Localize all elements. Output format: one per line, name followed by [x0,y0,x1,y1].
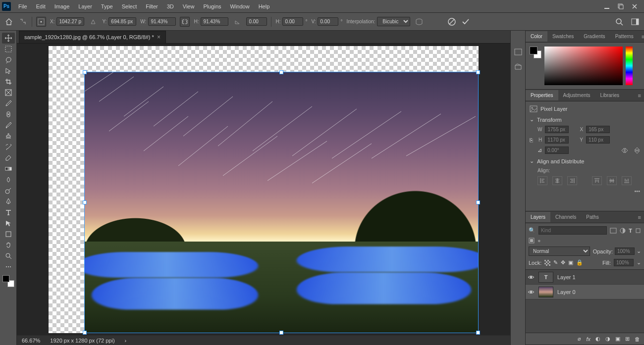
dock-icon-2[interactable] [514,62,523,71]
menu-3d[interactable]: 3D [162,1,178,11]
lock-transparency-icon[interactable] [544,260,550,266]
new-layer-icon[interactable]: ⊞ [625,336,630,342]
more-tools[interactable] [2,261,15,272]
tab-channels[interactable]: Channels [550,212,581,222]
path-tool[interactable] [2,218,15,229]
eyedropper-tool[interactable] [2,98,15,109]
marquee-tool[interactable] [2,44,15,54]
filter-shape-icon[interactable] [635,228,641,234]
layer-row[interactable]: Layer 0 [526,285,644,299]
cancel-transform-icon[interactable] [447,17,457,27]
skew-h-input[interactable] [282,17,303,26]
opacity-input[interactable] [615,247,635,255]
blend-mode-select[interactable]: Normal [529,246,590,256]
gradient-tool[interactable] [2,163,15,174]
zoom-tool[interactable] [2,250,15,261]
tab-paths[interactable]: Paths [581,212,604,222]
tab-swatches[interactable]: Swatches [547,31,579,42]
x-input[interactable] [56,17,84,26]
document-tab[interactable]: sample_1920x1280.jpg @ 66.7% (Layer 0, R… [19,31,166,43]
tab-adjustments[interactable]: Adjustments [558,90,595,100]
layer-name[interactable]: Layer 0 [557,289,576,295]
filter-smart-icon[interactable] [529,238,535,244]
dock-icon-1[interactable] [514,48,523,56]
link-wh-icon[interactable]: ⎘ [530,137,536,143]
move-tool[interactable] [2,33,15,44]
hue-slider[interactable] [626,47,633,85]
link-layers-icon[interactable]: ⌀ [578,336,581,342]
minimize-icon[interactable] [603,3,610,10]
canvas[interactable] [17,44,510,335]
tab-color[interactable]: Color [526,31,547,42]
prop-h-input[interactable] [545,136,569,144]
filter-toggle-icon[interactable]: ● [537,238,541,244]
panel-menu-icon[interactable]: ≡ [639,34,644,40]
layer-name[interactable]: Layer 1 [557,274,576,280]
workspace-icon[interactable] [630,17,640,27]
delta-icon[interactable] [88,17,98,27]
prop-angle-input[interactable] [545,147,569,154]
skew-v-input[interactable] [318,17,338,26]
brush-tool[interactable] [2,120,15,131]
tab-patterns[interactable]: Patterns [610,31,639,42]
align-top-icon[interactable] [592,176,602,185]
healing-tool[interactable] [2,109,15,120]
tab-layers[interactable]: Layers [526,212,550,222]
flip-h-icon[interactable] [621,148,628,153]
chevron-down-icon[interactable]: ⌄ [637,248,641,254]
visibility-icon[interactable] [528,274,535,281]
commit-transform-icon[interactable] [461,17,471,27]
menu-type[interactable]: Type [97,1,117,11]
pen-tool[interactable] [2,196,15,207]
menu-window[interactable]: Window [226,1,254,11]
align-center-h-icon[interactable] [552,176,562,185]
selection-tool[interactable] [2,65,15,76]
close-icon[interactable] [631,3,638,10]
visibility-icon[interactable] [528,289,535,296]
tab-libraries[interactable]: Libraries [595,90,624,100]
status-chevron-icon[interactable]: › [125,338,127,344]
w-input[interactable] [148,17,176,26]
menu-help[interactable]: Help [254,1,274,11]
tab-gradients[interactable]: Gradients [579,31,610,42]
color-field[interactable] [544,47,623,85]
frame-tool[interactable] [2,87,15,98]
panel-menu-icon[interactable]: ≡ [635,93,644,99]
lock-all-icon[interactable]: 🔒 [576,259,583,266]
angle-input[interactable] [246,17,267,26]
transform-mode-icon[interactable] [18,17,28,27]
menu-layer[interactable]: Layer [74,1,97,11]
mask-icon[interactable]: ◐ [595,336,600,342]
lasso-tool[interactable] [2,54,15,65]
menu-image[interactable]: Image [50,1,74,11]
prop-x-input[interactable] [586,126,610,133]
lock-position-icon[interactable]: ✥ [561,259,565,266]
chevron-down-icon[interactable]: ⌄ [530,116,534,123]
menu-filter[interactable]: Filter [141,1,162,11]
group-icon[interactable]: ▣ [615,336,620,342]
menu-edit[interactable]: Edit [32,1,50,11]
lock-paint-icon[interactable]: ✎ [553,259,558,266]
filter-type-icon[interactable]: T [629,228,632,234]
link-icon[interactable] [180,17,190,27]
reference-point-icon[interactable] [36,17,46,27]
filter-adjust-icon[interactable] [620,228,626,234]
blur-tool[interactable] [2,174,15,185]
color-swatches[interactable] [2,275,14,287]
menu-file[interactable]: File [14,1,32,11]
eraser-tool[interactable] [2,152,15,163]
stamp-tool[interactable] [2,131,15,142]
adjustment-icon[interactable]: ◑ [605,336,610,342]
hand-tool[interactable] [2,240,15,250]
maximize-icon[interactable] [617,3,624,10]
align-right-icon[interactable] [567,176,577,185]
delete-layer-icon[interactable]: 🗑 [635,336,640,342]
filter-image-icon[interactable] [610,228,617,234]
home-icon[interactable] [4,17,14,27]
menu-plugins[interactable]: Plugins [199,1,225,11]
warp-icon[interactable] [414,17,424,27]
menu-view[interactable]: View [178,1,199,11]
fgbg-swatch[interactable] [530,47,541,58]
align-center-v-icon[interactable] [607,176,617,185]
panel-menu-icon[interactable]: ≡ [635,214,644,220]
